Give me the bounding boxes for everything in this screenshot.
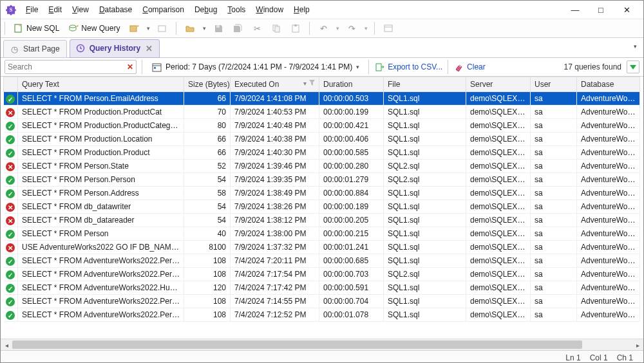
table-row[interactable]: ✓SELECT * FROM AdventureWorks2022.Person… (4, 308, 640, 322)
status-err-icon: ✕ (6, 243, 15, 252)
clear-search-icon[interactable]: ✕ (127, 62, 133, 71)
tab-query-history[interactable]: Query History ✕ (70, 39, 160, 58)
table-row[interactable]: ✕SELECT * FROM Production.ProductCat707/… (4, 106, 640, 119)
menu-file[interactable]: File (21, 3, 43, 17)
cut-icon: ✂ (252, 23, 262, 33)
window-close[interactable]: ✕ (614, 1, 639, 18)
table-row[interactable]: ✓SELECT * FROM Person.Address587/9/2024 … (4, 187, 640, 200)
table-row[interactable]: ✕SELECT * FROM Person.State527/9/2024 1:… (4, 160, 640, 173)
window-layout-icon (383, 23, 393, 33)
cell-size: 108 (184, 254, 231, 268)
cell-database: AdventureWork... (577, 173, 640, 187)
window-maximize[interactable]: □ (588, 1, 614, 18)
cell-executed: 7/4/2024 7:14:55 PM (231, 295, 319, 308)
table-row[interactable]: ✕USE AdventureWorks2022 GO IF DB_NAME() … (4, 241, 640, 254)
horizontal-scrollbar[interactable]: ◂ ▸ (1, 339, 643, 350)
filter-icon[interactable] (309, 80, 315, 86)
dropdown-arrow-icon[interactable]: ▾ (145, 25, 151, 32)
tab-options-dropdown[interactable]: ▾ (634, 43, 637, 50)
col-server[interactable]: Server (466, 77, 531, 92)
clear-label: Clear (467, 62, 486, 71)
cell-database: AdventureWork... (577, 187, 640, 200)
export-csv-button[interactable]: Export to CSV... (374, 62, 442, 72)
dropdown-arrow-icon[interactable]: ▾ (363, 25, 369, 32)
menu-comparison[interactable]: Comparison (138, 3, 189, 17)
col-file[interactable]: File (384, 77, 466, 92)
new-query-button[interactable]: ★ New Query (65, 21, 123, 36)
table-row[interactable]: ✓SELECT * FROM AdventureWorks2022.Person… (4, 268, 640, 281)
col-database[interactable]: Database (577, 77, 640, 92)
scroll-right-icon[interactable]: ▸ (632, 339, 643, 351)
cell-server: demo\SQLEXPR... (466, 146, 531, 160)
table-row[interactable]: ✓SELECT * FROM Person.Person547/9/2024 1… (4, 173, 640, 187)
scroll-left-icon[interactable]: ◂ (1, 339, 12, 351)
cell-database: AdventureWork... (577, 281, 640, 295)
cut-button[interactable]: ✂ (249, 21, 265, 36)
table-row[interactable]: ✕SELECT * FROM db_datawriter547/9/2024 1… (4, 200, 640, 214)
table-row[interactable]: ✓SELECT * FROM Production.ProductCategor… (4, 119, 640, 133)
window-minimize[interactable]: — (562, 1, 588, 18)
scrollbar-thumb[interactable] (12, 340, 582, 349)
cell-user: sa (531, 146, 577, 160)
export-label: Export to CSV... (388, 62, 442, 71)
table-row[interactable]: ✓SELECT * FROM AdventureWorks2022.Person… (4, 254, 640, 268)
cell-database: AdventureWork... (577, 254, 640, 268)
svg-rect-12 (294, 24, 297, 26)
col-executed[interactable]: Executed On▾ (231, 77, 319, 92)
cell-duration: 00:00:00.421 (319, 119, 384, 133)
cell-user: sa (531, 200, 577, 214)
table-row[interactable]: ✓SELECT * FROM Production.Location667/9/… (4, 133, 640, 146)
col-duration[interactable]: Duration (319, 77, 384, 92)
cell-query: SELECT * FROM Production.Location (18, 133, 184, 146)
table-row[interactable]: ✓SELECT * FROM AdventureWorks2022.HumanR… (4, 281, 640, 295)
cell-executed: 7/9/2024 1:39:35 PM (231, 173, 319, 187)
new-group-button[interactable] (154, 21, 171, 36)
cell-query: SELECT * FROM db_datareader (18, 214, 184, 227)
table-row[interactable]: ✓SELECT * FROM Person407/9/2024 1:38:00 … (4, 227, 640, 241)
menu-tools[interactable]: Tools (223, 3, 250, 17)
undo-button[interactable]: ↶ (315, 21, 332, 36)
paste-button[interactable] (287, 21, 304, 36)
status-ok-icon: ✓ (6, 297, 15, 306)
filter-dropdown[interactable] (627, 60, 639, 73)
status-ok-icon: ✓ (6, 149, 15, 158)
dropdown-arrow-icon[interactable]: ▾ (201, 25, 207, 32)
menu-view[interactable]: View (68, 3, 93, 17)
cell-duration: 00:00:00.199 (319, 106, 384, 119)
new-sql-button[interactable]: ★ New SQL (10, 21, 62, 36)
window-layout-button[interactable] (380, 21, 397, 36)
clear-button[interactable]: Clear (453, 62, 486, 72)
menu-help[interactable]: Help (289, 3, 314, 17)
tab-start-page[interactable]: ◷ Start Page (3, 40, 67, 58)
redo-button[interactable]: ↷ (343, 21, 360, 36)
cell-executed: 7/9/2024 1:40:38 PM (231, 133, 319, 146)
menu-debug[interactable]: Debug (190, 3, 222, 17)
cell-duration: 00:00:00.884 (319, 187, 384, 200)
menu-database[interactable]: Database (95, 3, 137, 17)
save-all-button[interactable] (229, 21, 246, 36)
cell-size: 40 (184, 227, 231, 241)
col-query[interactable]: Query Text (18, 77, 184, 92)
separator (368, 60, 369, 74)
table-row[interactable]: ✕SELECT * FROM db_datareader547/9/2024 1… (4, 214, 640, 227)
menu-edit[interactable]: Edit (44, 3, 66, 17)
cell-server: demo\SQLEXPR... (466, 160, 531, 173)
dropdown-arrow-icon[interactable]: ▾ (334, 25, 341, 32)
table-row[interactable]: ✓SELECT * FROM AdventureWorks2022.Person… (4, 295, 640, 308)
search-field[interactable] (8, 62, 127, 71)
open-button[interactable] (182, 21, 198, 36)
menu-window[interactable]: Window (251, 3, 288, 17)
col-user[interactable]: User (531, 77, 577, 92)
paste-icon (290, 23, 301, 33)
cell-size: 58 (184, 187, 231, 200)
copy-button[interactable] (268, 21, 285, 36)
tab-close-icon[interactable]: ✕ (146, 44, 153, 53)
table-row[interactable]: ✓SELECT * FROM Person.EmailAddress667/9/… (4, 92, 640, 106)
search-input[interactable]: ✕ (5, 60, 137, 74)
table-row[interactable]: ✓SELECT * FROM Production.Product667/9/2… (4, 146, 640, 160)
period-selector[interactable]: Period: 7 Days (7/2/2024 1:41 PM - 7/9/2… (147, 62, 363, 72)
col-size[interactable]: Size (Bytes) (184, 77, 231, 92)
save-button[interactable] (210, 21, 227, 36)
status-column[interactable] (4, 77, 18, 92)
new-object-button[interactable]: ★ (126, 21, 142, 36)
